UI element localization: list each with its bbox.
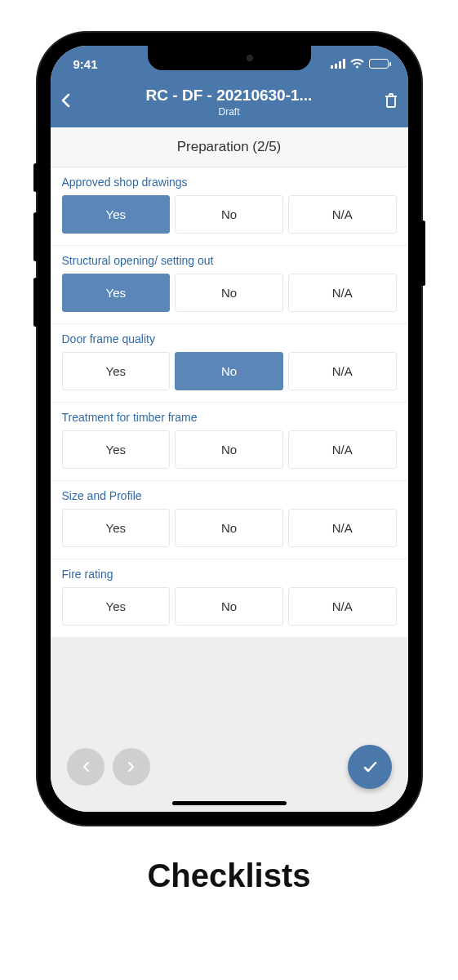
option-group: YesNoN/A xyxy=(62,195,397,234)
option-no[interactable]: No xyxy=(175,352,283,390)
volume-down xyxy=(33,278,38,327)
header-title-wrap: RC - DF - 20210630-1... Draft xyxy=(85,87,374,118)
option-yes[interactable]: Yes xyxy=(62,509,171,547)
app-header: RC - DF - 20210630-1... Draft xyxy=(51,82,408,127)
mute-switch xyxy=(33,163,38,192)
chevron-left-icon xyxy=(82,761,90,773)
option-no[interactable]: No xyxy=(175,587,283,626)
page-subtitle: Draft xyxy=(85,106,374,118)
item-label: Approved shop drawings xyxy=(62,176,397,189)
prev-page-button[interactable] xyxy=(67,748,104,786)
item-label: Structural opening/ setting out xyxy=(62,254,397,267)
back-button[interactable] xyxy=(60,91,85,113)
svg-rect-0 xyxy=(331,65,333,69)
volume-up xyxy=(33,212,38,261)
footer-buttons xyxy=(51,745,408,789)
home-indicator xyxy=(172,801,287,805)
chevron-right-icon xyxy=(127,761,136,773)
phone-frame: 9:41 RC - DF - 20210630-1... Draft xyxy=(38,33,421,825)
svg-rect-2 xyxy=(339,61,341,69)
confirm-button[interactable] xyxy=(348,745,392,789)
option-group: YesNoN/A xyxy=(62,352,397,390)
option-group: YesNoN/A xyxy=(62,430,397,469)
checklist-item: Fire ratingYesNoN/A xyxy=(51,559,408,638)
checklist-item: Structural opening/ setting outYesNoN/A xyxy=(51,246,408,324)
option-na[interactable]: N/A xyxy=(288,274,397,312)
option-na[interactable]: N/A xyxy=(288,509,397,547)
power-button xyxy=(421,220,425,286)
option-na[interactable]: N/A xyxy=(288,352,397,390)
item-label: Door frame quality xyxy=(62,332,397,345)
option-yes[interactable]: Yes xyxy=(62,587,171,626)
trash-icon xyxy=(384,92,398,109)
option-na[interactable]: N/A xyxy=(288,195,397,234)
option-group: YesNoN/A xyxy=(62,274,397,312)
wifi-icon xyxy=(350,57,364,71)
option-yes[interactable]: Yes xyxy=(62,195,171,234)
caption: Checklists xyxy=(147,858,310,894)
checklist-item: Size and ProfileYesNoN/A xyxy=(51,481,408,559)
chevron-left-icon xyxy=(60,93,70,108)
battery-icon xyxy=(369,59,389,69)
option-no[interactable]: No xyxy=(175,274,283,312)
item-label: Fire rating xyxy=(62,568,397,581)
next-page-button[interactable] xyxy=(113,748,150,786)
notch xyxy=(148,46,311,70)
section-header: Preparation (2/5) xyxy=(51,127,408,167)
item-label: Size and Profile xyxy=(62,489,397,502)
svg-rect-3 xyxy=(343,59,345,69)
option-no[interactable]: No xyxy=(175,509,283,547)
item-label: Treatment for timber frame xyxy=(62,411,397,424)
option-yes[interactable]: Yes xyxy=(62,274,171,312)
status-icons xyxy=(331,57,389,71)
delete-button[interactable] xyxy=(374,92,398,112)
option-na[interactable]: N/A xyxy=(288,587,397,626)
svg-point-4 xyxy=(356,65,358,68)
signal-icon xyxy=(331,57,345,71)
option-yes[interactable]: Yes xyxy=(62,352,171,390)
option-group: YesNoN/A xyxy=(62,509,397,547)
checklist-item: Door frame qualityYesNoN/A xyxy=(51,324,408,403)
checklist-item: Approved shop drawingsYesNoN/A xyxy=(51,167,408,246)
check-icon xyxy=(361,758,379,776)
page-title: RC - DF - 20210630-1... xyxy=(85,87,374,105)
checklist-items: Approved shop drawingsYesNoN/AStructural… xyxy=(51,167,408,638)
option-yes[interactable]: Yes xyxy=(62,430,171,469)
option-group: YesNoN/A xyxy=(62,587,397,626)
screen: 9:41 RC - DF - 20210630-1... Draft xyxy=(51,46,408,812)
svg-rect-1 xyxy=(335,64,337,69)
option-no[interactable]: No xyxy=(175,430,283,469)
option-na[interactable]: N/A xyxy=(288,430,397,469)
checklist-item: Treatment for timber frameYesNoN/A xyxy=(51,403,408,481)
option-no[interactable]: No xyxy=(175,195,283,234)
footer-area xyxy=(51,638,408,812)
status-time: 9:41 xyxy=(73,57,98,71)
